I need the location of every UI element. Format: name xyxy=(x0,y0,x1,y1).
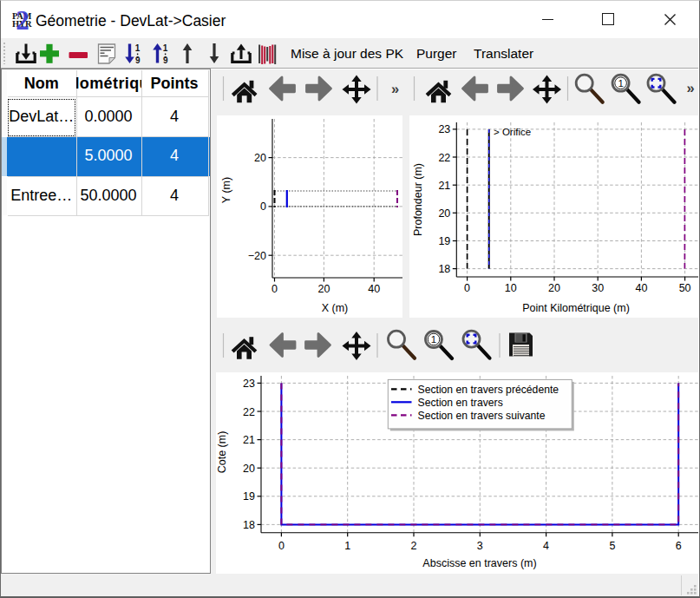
svg-text:»: » xyxy=(391,81,399,96)
svg-text:1: 1 xyxy=(135,43,141,53)
svg-text:1: 1 xyxy=(163,43,168,53)
svg-text:»: » xyxy=(686,80,694,95)
